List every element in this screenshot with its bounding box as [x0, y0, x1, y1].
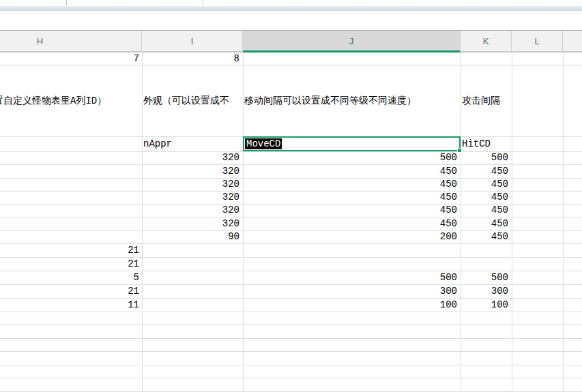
- cell[interactable]: 21: [0, 243, 139, 257]
- cell-i-description[interactable]: 外观（可以设置成不: [143, 65, 243, 136]
- cell[interactable]: 320: [143, 204, 239, 217]
- ribbon-bottom-sliver: [0, 0, 582, 6]
- cell[interactable]: 5: [0, 271, 139, 284]
- cell-k-field-hitcd[interactable]: HitCD: [462, 136, 512, 151]
- cell[interactable]: 500: [244, 151, 457, 164]
- cell[interactable]: 500: [461, 151, 508, 164]
- gridline-horizontal: [0, 351, 582, 352]
- cell[interactable]: 450: [244, 164, 457, 178]
- gridline-vertical: [563, 52, 564, 392]
- cell[interactable]: 320: [143, 164, 239, 178]
- cell-i-field-nappr[interactable]: nAppr: [143, 136, 243, 151]
- gridline-vertical: [512, 52, 512, 392]
- gridline-horizontal: [0, 338, 582, 339]
- column-header-h[interactable]: H: [0, 31, 142, 52]
- cell[interactable]: 320: [143, 178, 239, 191]
- formula-bar-area[interactable]: [0, 11, 582, 31]
- cell-h1[interactable]: 7: [0, 52, 139, 65]
- column-header-m-partial[interactable]: [563, 31, 582, 52]
- fill-handle[interactable]: [457, 148, 462, 153]
- gridline-horizontal: [0, 312, 582, 312]
- column-header-j-selected[interactable]: J: [243, 31, 461, 52]
- ribbon-edge-shadow: [0, 6, 582, 11]
- gridline-horizontal: [0, 365, 582, 365]
- cell[interactable]: 90: [143, 230, 239, 243]
- cell[interactable]: 450: [244, 191, 457, 204]
- cell[interactable]: 100: [461, 298, 508, 312]
- column-header-k[interactable]: K: [461, 31, 512, 52]
- cell[interactable]: 450: [244, 217, 457, 230]
- cell[interactable]: 450: [461, 217, 508, 230]
- cell-h-description-text: 自定义怪物表里A列ID）: [3, 95, 106, 106]
- cell-i1[interactable]: 8: [143, 52, 239, 65]
- cell[interactable]: 320: [143, 217, 239, 230]
- column-header-i[interactable]: I: [142, 31, 243, 52]
- cell[interactable]: 500: [461, 271, 508, 284]
- selected-edit-text[interactable]: MoveCD: [245, 138, 282, 149]
- cell[interactable]: 320: [143, 151, 239, 164]
- cell[interactable]: 450: [461, 204, 508, 217]
- active-edit-cell-j[interactable]: MoveCD: [243, 136, 461, 151]
- ribbon-group-separator: [66, 0, 67, 6]
- cell[interactable]: 21: [0, 257, 139, 271]
- cell[interactable]: 450: [461, 164, 508, 178]
- cell[interactable]: 300: [461, 284, 508, 298]
- cell[interactable]: 320: [143, 191, 239, 204]
- cell[interactable]: 450: [461, 191, 508, 204]
- gridline-horizontal: [0, 325, 582, 325]
- cell-k-description[interactable]: 攻击间隔: [462, 65, 512, 136]
- cell[interactable]: 450: [244, 178, 457, 191]
- column-header-l[interactable]: L: [512, 31, 563, 52]
- cell[interactable]: 300: [244, 284, 457, 298]
- cell[interactable]: 450: [461, 178, 508, 191]
- cell[interactable]: 11: [0, 298, 139, 312]
- cell[interactable]: 450: [461, 230, 508, 243]
- cell[interactable]: 200: [244, 230, 457, 243]
- ribbon-group-separator: [203, 0, 203, 6]
- cell[interactable]: 21: [0, 284, 139, 298]
- cell-j-description[interactable]: 移动间隔可以设置成不同等级不同速度）: [244, 65, 460, 136]
- cell[interactable]: 450: [244, 204, 457, 217]
- spreadsheet-window: H I J K L 7 8 置自定义怪物表里A列ID） 外观（可以设置成不 移动…: [0, 0, 582, 392]
- cell[interactable]: 500: [244, 271, 457, 284]
- cell[interactable]: 100: [244, 298, 457, 312]
- cell-h-description[interactable]: 置自定义怪物表里A列ID）: [0, 65, 142, 136]
- gridline-horizontal: [0, 378, 582, 378]
